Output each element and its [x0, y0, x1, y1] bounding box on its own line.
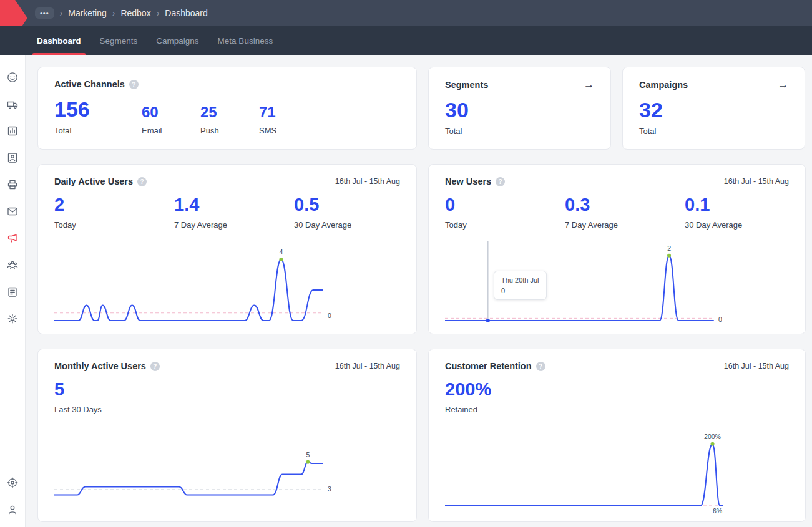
svg-text:2: 2: [667, 244, 671, 252]
card-title: Monthly Active Users: [54, 361, 146, 371]
metric-today: 0 Today: [445, 196, 565, 230]
support-target-icon[interactable]: [6, 476, 19, 489]
icon-sidebar: [0, 55, 26, 527]
tooltip-value: 0: [501, 286, 539, 296]
line-chart[interactable]: 200%6%: [445, 422, 738, 515]
monthly-active-users-card: Monthly Active Users ? 16th Jul - 15th A…: [37, 349, 417, 522]
settings-gear-icon[interactable]: [6, 312, 19, 325]
line-chart[interactable]: 53: [54, 432, 348, 519]
line-chart[interactable]: 20: [445, 234, 738, 328]
metric-label: Email: [142, 126, 200, 135]
breadcrumb-dashboard[interactable]: Dashboard: [165, 8, 208, 18]
metric-label: Last 30 Days: [54, 405, 102, 414]
tab-segments[interactable]: Segments: [90, 26, 147, 55]
metric-label: 7 Day Average: [174, 220, 294, 230]
metric-value: 156: [54, 99, 142, 120]
metric-label: Retained: [445, 405, 491, 414]
breadcrumb-separator: ›: [112, 8, 115, 18]
date-range: 16th Jul - 15th Aug: [724, 177, 789, 186]
card-title: Active Channels: [54, 79, 125, 89]
metric-label: Today: [445, 220, 565, 230]
metric-value: 5: [54, 380, 102, 399]
daily-active-users-chart[interactable]: 40: [54, 234, 400, 328]
task-list-icon[interactable]: [6, 286, 19, 298]
metric-value: 71: [259, 105, 318, 120]
metric-value: 0.5: [294, 196, 351, 214]
page-tabs: Dashboard Segments Campaigns Meta Busine…: [0, 26, 812, 55]
metric-total: 32 Total: [639, 99, 663, 136]
breadcrumb-marketing[interactable]: Marketing: [68, 8, 106, 18]
metric-value: 1.4: [174, 196, 294, 214]
active-channels-card: Active Channels ? 156 Total 60 Email: [37, 67, 417, 150]
metric-30day: 0.5 30 Day Average: [294, 196, 351, 230]
contact-card-icon[interactable]: [6, 152, 19, 164]
help-icon[interactable]: ?: [137, 177, 147, 186]
delivery-truck-icon[interactable]: [6, 98, 19, 110]
tab-dashboard[interactable]: Dashboard: [27, 26, 90, 55]
new-users-chart[interactable]: 20 Thu 20th Jul 0: [445, 234, 789, 328]
help-icon[interactable]: ?: [150, 362, 160, 371]
metric-total: 30 Total: [445, 99, 469, 136]
metric-value: 0: [445, 196, 565, 214]
reports-chart-icon[interactable]: [6, 125, 19, 137]
open-campaigns-arrow-icon[interactable]: →: [778, 79, 788, 90]
messages-mail-icon[interactable]: [6, 205, 19, 218]
breadcrumb-separator: ›: [60, 8, 63, 18]
card-title: Daily Active Users: [54, 176, 133, 186]
help-icon[interactable]: ?: [496, 177, 505, 186]
metric-label: Total: [54, 126, 142, 135]
date-range: 16th Jul - 15th Aug: [335, 177, 400, 186]
breadcrumb-separator: ›: [157, 8, 160, 18]
card-title: Campaigns: [639, 80, 688, 90]
metric-7day: 1.4 7 Day Average: [174, 196, 294, 230]
metric-label: Push: [200, 126, 259, 135]
card-title: Customer Retention: [445, 361, 532, 371]
customer-retention-card: Customer Retention ? 16th Jul - 15th Aug…: [428, 349, 806, 522]
svg-text:0: 0: [328, 312, 331, 319]
audience-users-icon[interactable]: [6, 259, 19, 271]
metric-value: 30: [445, 99, 469, 120]
daily-active-users-card: Daily Active Users ? 16th Jul - 15th Aug…: [37, 164, 417, 334]
metric-value: 0.3: [565, 196, 685, 214]
metric-value: 200%: [445, 380, 491, 399]
insights-face-icon[interactable]: [6, 71, 19, 84]
customer-retention-chart[interactable]: 200%6%: [445, 422, 789, 515]
metric-label: Today: [54, 220, 174, 230]
breadcrumb-redbox[interactable]: Redbox: [120, 8, 150, 18]
card-title: New Users: [445, 176, 491, 186]
metric-label: 7 Day Average: [565, 220, 685, 230]
metric-30day: 0.1 30 Day Average: [685, 196, 742, 230]
account-profile-icon[interactable]: [6, 503, 19, 516]
svg-text:5: 5: [306, 451, 310, 458]
metric-total: 156 Total: [54, 99, 142, 135]
printer-icon[interactable]: [6, 178, 19, 191]
help-icon[interactable]: ?: [536, 362, 545, 371]
metric-label: Total: [639, 127, 663, 136]
svg-text:4: 4: [279, 248, 283, 256]
metric-value: 0.1: [685, 196, 742, 214]
svg-text:3: 3: [328, 485, 331, 493]
metric-today: 2 Today: [54, 196, 174, 230]
date-range: 16th Jul - 15th Aug: [335, 362, 400, 370]
monthly-active-users-chart[interactable]: 53: [54, 432, 400, 519]
date-range: 16th Jul - 15th Aug: [724, 362, 789, 370]
open-segments-arrow-icon[interactable]: →: [584, 79, 594, 90]
workspace-menu-button[interactable]: •••: [35, 7, 54, 19]
metric-value: 32: [639, 99, 663, 120]
line-chart[interactable]: 40: [54, 234, 348, 328]
topbar: ••• › Marketing › Redbox › Dashboard: [0, 0, 812, 26]
tab-meta-business[interactable]: Meta Business: [208, 26, 283, 55]
campaigns-megaphone-icon[interactable]: [6, 232, 19, 244]
svg-text:0: 0: [718, 316, 722, 323]
dashboard-content: Active Channels ? 156 Total 60 Email: [26, 55, 812, 527]
metric-label: 30 Day Average: [685, 220, 742, 230]
metric-value: 2: [54, 196, 174, 214]
metric-sms: 71 SMS: [259, 105, 318, 135]
help-icon[interactable]: ?: [129, 80, 139, 89]
metric-value: 25: [200, 105, 259, 120]
svg-text:6%: 6%: [713, 507, 722, 515]
tab-campaigns[interactable]: Campaigns: [147, 26, 208, 55]
campaigns-card: Campaigns → 32 Total: [622, 67, 805, 150]
metric-last-30-days: 5 Last 30 Days: [54, 380, 102, 414]
metric-7day: 0.3 7 Day Average: [565, 196, 685, 230]
